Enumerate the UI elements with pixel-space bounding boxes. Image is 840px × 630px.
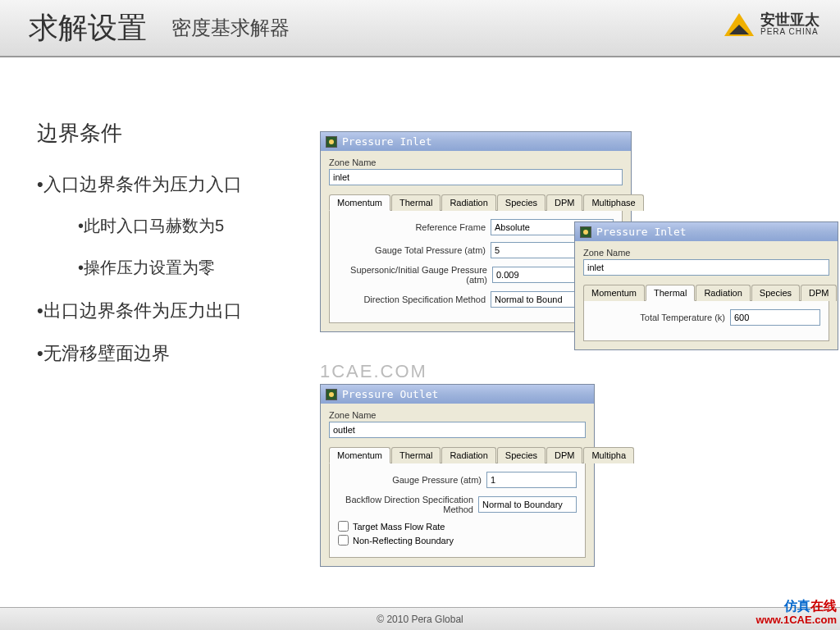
dialog-titlebar[interactable]: Pressure Inlet (321, 132, 631, 151)
tab-bar: Momentum Thermal Radiation Species DPM (583, 284, 829, 301)
direction-spec-label: Direction Specification Method (363, 294, 486, 304)
tab-thermal[interactable]: Thermal (391, 447, 441, 463)
bullet-op-pressure: •操作压力设置为零 (78, 257, 308, 279)
backflow-direction-select[interactable] (478, 496, 577, 513)
slide-title: 求解设置 (29, 8, 147, 48)
tab-radiation[interactable]: Radiation (441, 447, 495, 463)
tab-species[interactable]: Species (497, 447, 546, 463)
slide-content: 边界条件 •入口边界条件为压力入口 •此时入口马赫数为5 •操作压力设置为零 •… (0, 57, 840, 599)
slide-subtitle: 密度基求解器 (171, 15, 290, 41)
total-temperature-label: Total Temperature (k) (640, 313, 725, 322)
zone-name-input[interactable] (583, 259, 829, 276)
zone-name-label: Zone Name (329, 410, 586, 420)
dialog-pressure-inlet-thermal: Pressure Inlet Zone Name Momentum Therma… (574, 221, 838, 350)
dialog-titlebar[interactable]: Pressure Outlet (321, 385, 594, 404)
tab-bar: Momentum Thermal Radiation Species DPM M… (329, 446, 586, 463)
tab-radiation[interactable]: Radiation (696, 285, 750, 301)
slide-header: 求解设置 密度基求解器 安世亚太 PERA CHINA (0, 0, 840, 57)
tab-thermal[interactable]: Thermal (646, 285, 695, 301)
non-reflecting-checkbox[interactable] (338, 535, 349, 546)
total-temperature-input[interactable] (730, 309, 820, 326)
dialog-title-text: Pressure Inlet (342, 135, 432, 148)
bullet-inlet: •入口边界条件为压力入口 (37, 172, 308, 197)
bullet-wall: •无滑移壁面边界 (37, 341, 308, 366)
target-mass-flow-checkbox[interactable] (338, 521, 349, 532)
corner-cn-red: 在线 (810, 599, 837, 613)
corner-url: www.1CAE.com (756, 614, 837, 627)
tab-panel-momentum: Gauge Pressure (atm) Backflow Direction … (329, 463, 586, 558)
target-mass-flow-label: Target Mass Flow Rate (353, 522, 445, 532)
gauge-pressure-label: Gauge Pressure (atm) (392, 475, 482, 485)
brand-name-en: PERA CHINA (760, 27, 819, 36)
zone-name-label: Zone Name (583, 248, 829, 258)
tab-dpm[interactable]: DPM (546, 194, 582, 211)
brand-logo: 安世亚太 PERA CHINA (724, 12, 819, 36)
app-icon (326, 136, 337, 148)
tab-radiation[interactable]: Radiation (441, 194, 495, 211)
bullet-mach5: •此时入口马赫数为5 (78, 215, 308, 237)
zone-name-label: Zone Name (329, 158, 623, 167)
tab-dpm[interactable]: DPM (546, 447, 582, 463)
tab-multiphase[interactable]: Multipha (583, 447, 634, 463)
dialog-titlebar[interactable]: Pressure Inlet (575, 222, 838, 241)
bullet-outlet: •出口边界条件为压力出口 (37, 299, 308, 323)
text-outline: 边界条件 •入口边界条件为压力入口 •此时入口马赫数为5 •操作压力设置为零 •… (37, 119, 308, 384)
tab-multiphase[interactable]: Multiphase (583, 194, 643, 211)
app-icon (326, 389, 337, 400)
tab-thermal[interactable]: Thermal (391, 194, 441, 211)
tab-species[interactable]: Species (497, 194, 546, 211)
tab-panel-thermal: Total Temperature (k) (583, 301, 829, 341)
tab-momentum[interactable]: Momentum (329, 194, 390, 211)
corner-brand: 仿真在线 www.1CAE.com (756, 598, 837, 627)
reference-frame-label: Reference Frame (415, 222, 486, 232)
logo-triangle-icon (724, 13, 754, 36)
brand-name-cn: 安世亚太 (760, 12, 819, 27)
dialog-title-text: Pressure Outlet (342, 388, 438, 400)
tab-momentum[interactable]: Momentum (583, 285, 645, 301)
watermark-text: 1CAE.COM (320, 361, 427, 382)
supersonic-initial-pressure-label: Supersonic/Initial Gauge Pressure (atm) (338, 265, 487, 285)
corner-cn-blue: 仿真 (784, 599, 810, 613)
non-reflecting-label: Non-Reflecting Boundary (353, 536, 454, 546)
tab-species[interactable]: Species (751, 285, 800, 301)
tab-dpm[interactable]: DPM (801, 285, 837, 301)
dialog-pressure-outlet: Pressure Outlet Zone Name Momentum Therm… (320, 384, 595, 567)
gauge-total-pressure-label: Gauge Total Pressure (atm) (375, 245, 486, 255)
tab-momentum[interactable]: Momentum (329, 447, 390, 463)
backflow-direction-label: Backflow Direction Specification Method (338, 495, 473, 514)
slide-footer: © 2010 Pera Global (0, 607, 840, 630)
app-icon (580, 226, 591, 238)
gauge-pressure-input[interactable] (486, 472, 577, 488)
tab-bar: Momentum Thermal Radiation Species DPM M… (329, 194, 623, 211)
zone-name-input[interactable] (329, 169, 623, 185)
dialog-title-text: Pressure Inlet (596, 226, 687, 238)
zone-name-input[interactable] (329, 422, 586, 438)
outline-heading: 边界条件 (37, 119, 308, 148)
